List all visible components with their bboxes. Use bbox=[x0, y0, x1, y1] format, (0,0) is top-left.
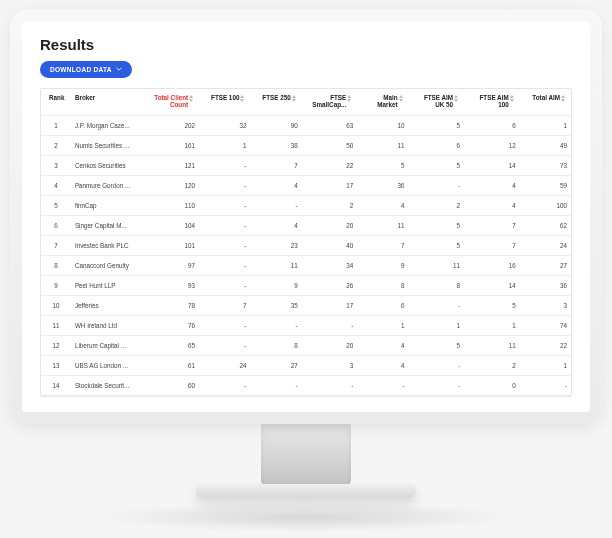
col-6[interactable]: Main Market bbox=[357, 89, 408, 115]
cell-value: - bbox=[409, 295, 465, 315]
table-row[interactable]: 6Singer Capital M...104-420115762 bbox=[41, 215, 571, 235]
cell-value: 9 bbox=[357, 255, 408, 275]
cell-value: 27 bbox=[520, 255, 571, 275]
cell-value: 3 bbox=[302, 355, 358, 375]
cell-value: 5 bbox=[409, 115, 465, 135]
cell-value: 1 bbox=[520, 355, 571, 375]
cell-value: - bbox=[250, 315, 301, 335]
cell-value: 4 bbox=[357, 195, 408, 215]
cell-rank: 3 bbox=[41, 155, 71, 175]
cell-value: 65 bbox=[148, 335, 199, 355]
cell-value: 1 bbox=[199, 135, 250, 155]
cell-rank: 1 bbox=[41, 115, 71, 135]
col-5[interactable]: FTSE SmallCap... bbox=[302, 89, 358, 115]
col-9[interactable]: Total AIM bbox=[520, 89, 571, 115]
cell-value: 9 bbox=[250, 275, 301, 295]
cell-value: 36 bbox=[357, 175, 408, 195]
cell-value: 6 bbox=[357, 295, 408, 315]
monitor-stand bbox=[261, 424, 351, 486]
cell-value: 11 bbox=[464, 335, 520, 355]
table-row[interactable]: 11WH Ireland Ltd76---11174 bbox=[41, 315, 571, 335]
col-3[interactable]: FTSE 100 bbox=[199, 89, 250, 115]
cell-value: - bbox=[199, 215, 250, 235]
col-8[interactable]: FTSE AIM 100 bbox=[464, 89, 520, 115]
cell-value: 76 bbox=[148, 315, 199, 335]
sort-icon bbox=[292, 95, 298, 102]
cell-value: 14 bbox=[464, 155, 520, 175]
sort-icon bbox=[347, 95, 353, 102]
cell-value: 7 bbox=[357, 235, 408, 255]
cell-broker: Canaccord Genuity bbox=[71, 255, 148, 275]
cell-rank: 14 bbox=[41, 375, 71, 395]
cell-value: 20 bbox=[302, 335, 358, 355]
cell-value: 22 bbox=[520, 335, 571, 355]
table-row[interactable]: 12Liberum Capital ...65-820451122 bbox=[41, 335, 571, 355]
cell-value: - bbox=[199, 335, 250, 355]
monitor-base bbox=[196, 484, 416, 498]
col-7[interactable]: FTSE AIM UK 50 bbox=[409, 89, 465, 115]
col-label: Main Market bbox=[362, 95, 397, 109]
table-row[interactable]: 5finnCap110--2424100 bbox=[41, 195, 571, 215]
col-2[interactable]: Total Client Count bbox=[148, 89, 199, 115]
cell-value: 11 bbox=[250, 255, 301, 275]
monitor-shadow bbox=[96, 502, 516, 532]
cell-value: 5 bbox=[409, 335, 465, 355]
cell-value: 8 bbox=[409, 275, 465, 295]
cell-value: - bbox=[199, 175, 250, 195]
cell-value: 27 bbox=[250, 355, 301, 375]
cell-value: 1 bbox=[520, 115, 571, 135]
cell-value: - bbox=[409, 175, 465, 195]
cell-value: 5 bbox=[409, 155, 465, 175]
cell-broker: Jefferies bbox=[71, 295, 148, 315]
cell-broker: Investec Bank PLC bbox=[71, 235, 148, 255]
cell-value: 90 bbox=[250, 115, 301, 135]
cell-value: - bbox=[250, 375, 301, 395]
col-label: FTSE 100 bbox=[211, 95, 239, 102]
cell-broker: WH Ireland Ltd bbox=[71, 315, 148, 335]
cell-rank: 9 bbox=[41, 275, 71, 295]
table-row[interactable]: 7Investec Bank PLC101-234075724 bbox=[41, 235, 571, 255]
table-row[interactable]: 13UBS AG London ...61242734-21 bbox=[41, 355, 571, 375]
cell-rank: 12 bbox=[41, 335, 71, 355]
download-data-button[interactable]: DOWNLOAD DATA bbox=[40, 61, 132, 78]
cell-value: 17 bbox=[302, 175, 358, 195]
cell-value: 78 bbox=[148, 295, 199, 315]
results-table: RankBrokerTotal Client CountFTSE 100FTSE… bbox=[41, 89, 571, 396]
cell-value: 161 bbox=[148, 135, 199, 155]
cell-value: 7 bbox=[464, 235, 520, 255]
cell-value: 62 bbox=[520, 215, 571, 235]
cell-value: - bbox=[199, 235, 250, 255]
table-row[interactable]: 4Panmure Gordon ...120-41736-459 bbox=[41, 175, 571, 195]
table-row[interactable]: 1J.P. Morgan Caze...20232906310561 bbox=[41, 115, 571, 135]
col-4[interactable]: FTSE 250 bbox=[250, 89, 301, 115]
cell-value: 7 bbox=[464, 215, 520, 235]
results-table-wrap: RankBrokerTotal Client CountFTSE 100FTSE… bbox=[40, 88, 572, 397]
cell-value: 10 bbox=[357, 115, 408, 135]
cell-value: - bbox=[199, 255, 250, 275]
cell-value: 1 bbox=[464, 315, 520, 335]
sort-icon bbox=[561, 95, 567, 102]
cell-rank: 10 bbox=[41, 295, 71, 315]
table-row[interactable]: 14Stockdale Securit...60-----0- bbox=[41, 375, 571, 395]
col-label: FTSE AIM UK 50 bbox=[414, 95, 454, 109]
cell-rank: 5 bbox=[41, 195, 71, 215]
table-row[interactable]: 10Jefferies78735176-53 bbox=[41, 295, 571, 315]
cell-broker: Liberum Capital ... bbox=[71, 335, 148, 355]
cell-value: 24 bbox=[199, 355, 250, 375]
cell-broker: Numis Securities ... bbox=[71, 135, 148, 155]
cell-value: - bbox=[199, 275, 250, 295]
table-row[interactable]: 9Peel Hunt LLP93-926881436 bbox=[41, 275, 571, 295]
col-label: Rank bbox=[49, 95, 63, 102]
cell-value: 120 bbox=[148, 175, 199, 195]
table-row[interactable]: 2Numis Securities ...161138501161249 bbox=[41, 135, 571, 155]
col-label: Total Client Count bbox=[153, 95, 188, 109]
table-row[interactable]: 8Canaccord Genuity97-11349111627 bbox=[41, 255, 571, 275]
cell-value: 7 bbox=[199, 295, 250, 315]
cell-value: 4 bbox=[464, 175, 520, 195]
sort-icon bbox=[510, 95, 516, 102]
cell-value: 97 bbox=[148, 255, 199, 275]
table-row[interactable]: 3Cenkos Securities121-722551473 bbox=[41, 155, 571, 175]
cell-rank: 11 bbox=[41, 315, 71, 335]
cell-value: 0 bbox=[464, 375, 520, 395]
sort-icon bbox=[240, 95, 246, 102]
